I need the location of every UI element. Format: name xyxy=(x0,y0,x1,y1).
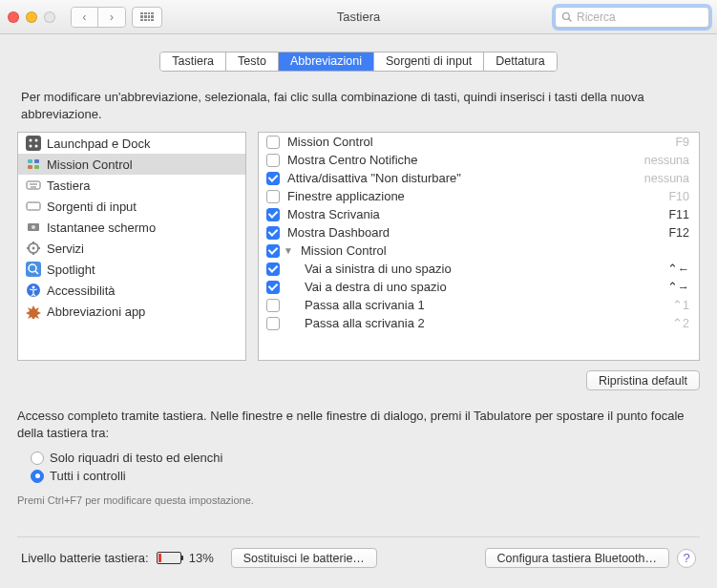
sidebar-item-label: Sorgenti di input xyxy=(47,200,137,214)
battery-label: Livello batterie tastiera: xyxy=(21,551,149,565)
window-controls xyxy=(8,11,55,23)
sidebar-item[interactable]: Tastiera xyxy=(18,175,245,196)
sidebar-item-label: Istantanee schermo xyxy=(47,220,156,235)
shortcut-row[interactable]: Passa alla scrivania 1⌃1 xyxy=(259,296,699,314)
services-icon xyxy=(26,241,41,256)
svg-point-27 xyxy=(32,286,35,289)
hint-text: Premi Ctrl+F7 per modificare questa impo… xyxy=(17,494,700,506)
shortcut-row[interactable]: Mostra ScrivaniaF11 xyxy=(259,205,699,223)
checkbox[interactable] xyxy=(266,299,280,312)
sidebar-item-label: Accessibilità xyxy=(47,284,116,298)
shortcut-label: Mostra Scrivania xyxy=(287,207,661,221)
svg-rect-14 xyxy=(27,202,40,210)
checkbox[interactable] xyxy=(266,208,280,221)
minimize-window-button[interactable] xyxy=(26,11,37,23)
search-input[interactable] xyxy=(577,10,703,24)
nav-buttons: ‹ › xyxy=(71,7,126,28)
help-button[interactable]: ? xyxy=(677,549,696,568)
shortcut-key: nessuna xyxy=(644,172,689,185)
sidebar-item[interactable]: Abbreviazioni app xyxy=(18,301,245,322)
checkbox[interactable] xyxy=(266,154,280,167)
shortcut-key: F11 xyxy=(668,208,689,221)
shortcut-row[interactable]: Mostra Centro Notifichenessuna xyxy=(259,151,699,169)
checkbox[interactable] xyxy=(266,262,280,276)
shortcut-row[interactable]: Finestre applicazioneF10 xyxy=(259,187,699,205)
restore-defaults-button[interactable]: Ripristina default xyxy=(586,370,700,390)
sidebar-item[interactable]: Istantanee schermo xyxy=(18,217,245,238)
battery-icon xyxy=(157,552,181,564)
svg-point-16 xyxy=(32,225,35,229)
close-window-button[interactable] xyxy=(8,11,19,23)
disclosure-triangle-icon[interactable]: ▼ xyxy=(284,245,293,256)
checkbox[interactable] xyxy=(266,281,280,294)
radio-label: Solo riquadri di testo ed elenchi xyxy=(50,451,222,465)
svg-rect-9 xyxy=(28,165,32,169)
svg-line-1 xyxy=(569,18,572,21)
shortcut-row[interactable]: Mission ControlF9 xyxy=(259,133,699,151)
shortcut-label: Mission Control xyxy=(301,243,689,258)
back-button[interactable]: ‹ xyxy=(72,8,98,27)
mission-icon xyxy=(26,157,41,172)
radio-option[interactable]: Tutti i controlli xyxy=(17,467,700,485)
sidebar-item[interactable]: Spotlight xyxy=(18,259,245,280)
shortcut-label: Passa alla scrivania 2 xyxy=(287,316,664,330)
svg-rect-2 xyxy=(26,136,41,151)
tab-dettatura[interactable]: Dettatura xyxy=(484,52,556,71)
radio-option[interactable]: Solo riquadri di testo ed elenchi xyxy=(17,449,700,467)
tabs: TastieraTestoAbbreviazioniSorgenti di in… xyxy=(159,52,557,72)
tab-abbreviazioni[interactable]: Abbreviazioni xyxy=(279,52,374,71)
shortcut-key: ⌃→ xyxy=(667,280,690,294)
accessibility-icon xyxy=(26,283,41,298)
checkbox[interactable] xyxy=(266,172,280,185)
checkbox[interactable] xyxy=(266,190,280,203)
show-all-button[interactable] xyxy=(132,7,162,28)
svg-point-6 xyxy=(35,145,38,148)
svg-rect-8 xyxy=(34,159,39,163)
svg-point-0 xyxy=(563,12,570,19)
full-keyboard-access-text: Accesso completo tramite tastiera. Nelle… xyxy=(17,408,700,441)
shortcut-key: nessuna xyxy=(644,154,689,167)
battery-percent: 13% xyxy=(189,551,214,565)
shortcut-row[interactable]: Vai a sinistra di uno spazio⌃← xyxy=(259,260,699,278)
shortcut-label: Attiva/disattiva "Non disturbare" xyxy=(287,171,637,185)
sidebar-item-label: Servizi xyxy=(47,242,84,256)
checkbox[interactable] xyxy=(266,244,280,258)
shortcut-label: Mission Control xyxy=(287,135,667,149)
checkbox[interactable] xyxy=(266,136,280,149)
replace-batteries-button[interactable]: Sostituisci le batterie… xyxy=(231,548,377,568)
sidebar-item[interactable]: Mission Control xyxy=(18,154,245,175)
shortcut-label: Finestre applicazione xyxy=(287,189,661,203)
forward-button[interactable]: › xyxy=(98,8,125,27)
tab-testo[interactable]: Testo xyxy=(226,52,279,71)
screenshot-icon xyxy=(26,220,41,235)
radio-label: Tutti i controlli xyxy=(50,469,126,483)
checkbox[interactable] xyxy=(266,226,280,240)
shortcut-row[interactable]: Passa alla scrivania 2⌃2 xyxy=(259,314,699,332)
sidebar-item-label: Launchpad e Dock xyxy=(47,136,150,151)
shortcut-key: F12 xyxy=(668,226,689,240)
shortcut-key: ⌃1 xyxy=(672,298,689,312)
configure-bluetooth-keyboard-button[interactable]: Configura tastiera Bluetooth… xyxy=(485,548,669,568)
tab-sorgenti-di-input[interactable]: Sorgenti di input xyxy=(374,52,484,71)
shortcut-row[interactable]: Vai a destra di uno spazio⌃→ xyxy=(259,278,699,296)
shortcut-row[interactable]: ▼Mission Control xyxy=(259,242,699,260)
keyboard-access-radios: Solo riquadri di testo ed elenchiTutti i… xyxy=(17,449,700,485)
category-sidebar[interactable]: Launchpad e DockMission ControlTastieraS… xyxy=(17,132,246,361)
svg-point-18 xyxy=(32,247,35,250)
svg-point-5 xyxy=(30,145,32,148)
checkbox[interactable] xyxy=(266,317,280,330)
search-field[interactable] xyxy=(555,7,709,28)
radio-button[interactable] xyxy=(31,452,44,465)
tab-tastiera[interactable]: Tastiera xyxy=(160,52,226,71)
sidebar-item[interactable]: Servizi xyxy=(18,238,245,259)
launchpad-icon xyxy=(26,136,41,151)
shortcut-row[interactable]: Mostra DashboardF12 xyxy=(259,223,699,242)
shortcut-row[interactable]: Attiva/disattiva "Non disturbare"nessuna xyxy=(259,169,699,187)
sidebar-item[interactable]: Launchpad e Dock xyxy=(18,133,245,154)
shortcut-key: F10 xyxy=(668,190,689,203)
zoom-window-button xyxy=(44,11,55,23)
radio-button[interactable] xyxy=(31,470,44,483)
sidebar-item[interactable]: Sorgenti di input xyxy=(18,196,245,217)
sidebar-item[interactable]: Accessibilità xyxy=(18,280,245,301)
shortcuts-list[interactable]: Mission ControlF9Mostra Centro Notifiche… xyxy=(258,132,700,361)
